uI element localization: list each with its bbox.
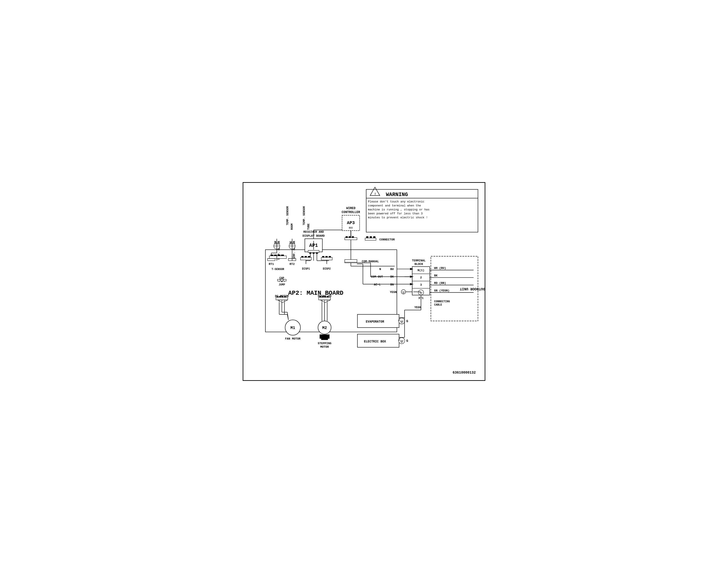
svg-text:N(1): N(1) (418, 269, 424, 272)
svg-rect-142 (322, 256, 324, 257)
svg-text:TERMINAL: TERMINAL (412, 259, 426, 262)
svg-rect-72 (373, 236, 375, 238)
svg-rect-155 (277, 296, 279, 298)
svg-text:G: G (406, 339, 408, 343)
svg-text:AC-L: AC-L (374, 283, 381, 287)
svg-text:CONNECTING: CONNECTING (434, 300, 450, 303)
svg-text:AP3: AP3 (347, 220, 355, 225)
svg-text:BLOCK: BLOCK (415, 263, 423, 266)
svg-rect-141 (321, 257, 332, 260)
svg-rect-194 (320, 335, 329, 339)
svg-text:OUTDOOR UNIT: OUTDOOR UNIT (460, 287, 485, 291)
svg-rect-70 (366, 236, 368, 238)
svg-rect-156 (279, 296, 281, 298)
svg-text:machine is running , stopping : machine is running , stopping or has (368, 208, 430, 211)
svg-text:RD (BN): RD (BN) (434, 282, 446, 285)
svg-rect-49 (316, 252, 318, 254)
svg-text:Please don't touch any electro: Please don't touch any electronic (368, 200, 424, 203)
svg-text:AP2:  MAIN BOARD: AP2: MAIN BOARD (288, 290, 343, 297)
svg-text:G: G (406, 320, 408, 323)
svg-text:DISP2: DISP2 (323, 267, 331, 270)
svg-rect-63 (345, 237, 357, 240)
svg-text:CONNECTOR: CONNECTOR (379, 238, 395, 241)
svg-rect-144 (329, 256, 331, 257)
svg-text:⊞⊟: ⊞⊟ (349, 226, 353, 229)
svg-text:component and terminal when th: component and terminal when the (368, 204, 421, 207)
svg-rect-137 (305, 256, 307, 257)
svg-rect-65 (349, 236, 351, 237)
svg-text:YEGN: YEGN (414, 306, 421, 309)
svg-rect-46 (308, 250, 319, 252)
svg-rect-66 (352, 236, 354, 237)
svg-text:63610000132: 63610000132 (453, 371, 476, 375)
svg-text:3: 3 (420, 283, 422, 287)
svg-rect-143 (325, 256, 328, 257)
svg-rect-158 (284, 296, 286, 298)
svg-text:TEMP. SENSOR: TEMP. SENSOR (303, 206, 306, 225)
svg-text:COM-MANUAL: COM-MANUAL (362, 260, 379, 263)
svg-text:GN (YEGN): GN (YEGN) (434, 289, 450, 292)
svg-text:WIRED: WIRED (346, 206, 356, 210)
svg-rect-138 (308, 256, 310, 257)
svg-text:TUBE: TUBE (307, 223, 310, 230)
svg-rect-41 (281, 255, 284, 256)
svg-text:M1: M1 (290, 326, 295, 330)
svg-rect-48 (313, 252, 315, 254)
svg-rect-64 (346, 236, 348, 237)
svg-rect-238 (345, 259, 357, 262)
svg-text:CABLE: CABLE (434, 304, 442, 307)
svg-rect-135 (300, 257, 311, 260)
svg-text:M2: M2 (322, 326, 327, 330)
svg-text:MOTOR: MOTOR (320, 345, 329, 349)
svg-rect-47 (309, 252, 311, 254)
svg-rect-39 (274, 255, 277, 256)
svg-text:RT1: RT1 (269, 263, 274, 266)
svg-text:TEMP. SENSOR: TEMP. SENSOR (286, 206, 289, 225)
svg-rect-27 (268, 258, 275, 261)
svg-text:WH (BU): WH (BU) (434, 266, 446, 270)
svg-rect-177 (319, 298, 330, 300)
svg-text:BK: BK (434, 274, 438, 277)
svg-text:2: 2 (420, 276, 422, 279)
svg-rect-147 (278, 279, 286, 281)
svg-text:YEGN: YEGN (390, 291, 397, 294)
svg-text:ROOM: ROOM (291, 223, 294, 230)
svg-rect-154 (276, 298, 288, 300)
svg-rect-69 (365, 238, 376, 240)
svg-rect-157 (282, 296, 283, 298)
svg-text:minutes to prevent electric sh: minutes to prevent electric shock ! (368, 216, 428, 219)
svg-text:ELECTRIC BOX: ELECTRIC BOX (364, 340, 386, 343)
svg-text:EVAPORATOR: EVAPORATOR (366, 320, 384, 324)
svg-rect-136 (301, 256, 304, 257)
svg-text:been powered off for less than: been powered off for less than 3 (368, 212, 423, 215)
svg-rect-37 (269, 256, 286, 258)
svg-text:T-SENSOR: T-SENSOR (272, 268, 284, 271)
svg-rect-38 (271, 255, 273, 256)
svg-text:DISP1: DISP1 (302, 267, 310, 270)
svg-text:CONTROLLER: CONTROLLER (342, 210, 360, 214)
svg-text:BU: BU (390, 267, 394, 271)
svg-text:STEPPING: STEPPING (318, 342, 331, 345)
svg-text:RT2: RT2 (290, 263, 295, 266)
diagram-container: ! WARNING Please don't touch any electro… (243, 182, 485, 381)
svg-rect-40 (278, 255, 280, 256)
svg-rect-195 (321, 339, 328, 340)
svg-text:!: ! (374, 192, 376, 196)
svg-text:JUMP: JUMP (279, 283, 285, 287)
svg-text:FAN MOTOR: FAN MOTOR (285, 337, 300, 341)
svg-text:WARNING: WARNING (386, 192, 408, 197)
svg-text:N: N (379, 267, 381, 271)
svg-rect-71 (370, 236, 372, 238)
svg-text:BN: BN (390, 283, 394, 287)
